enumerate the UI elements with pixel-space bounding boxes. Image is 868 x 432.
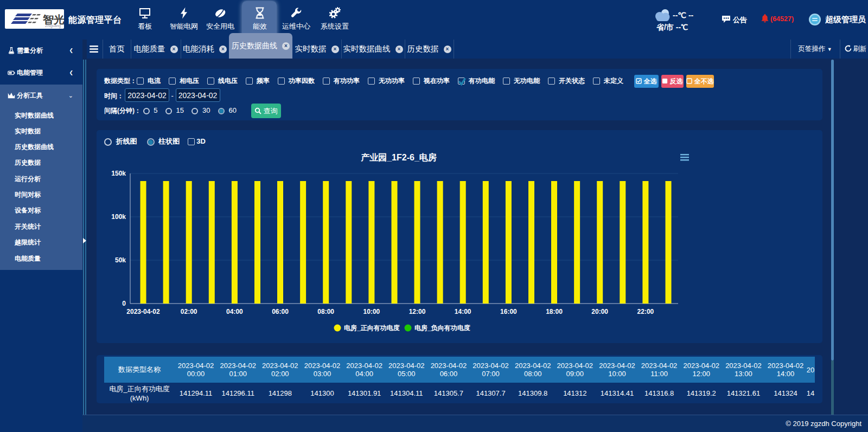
- svg-text:产业园_1F2-6_电房: 产业园_1F2-6_电房: [360, 152, 437, 162]
- svg-text:02:00: 02:00: [181, 308, 197, 315]
- svg-text:06:00: 06:00: [272, 308, 289, 315]
- svg-text:电房_负向有功电度: 电房_负向有功电度: [414, 324, 470, 332]
- svg-text:08:00: 08:00: [317, 308, 334, 315]
- svg-text:100k: 100k: [111, 213, 126, 221]
- svg-text:04:00: 04:00: [226, 308, 243, 315]
- svg-text:22:00: 22:00: [637, 308, 654, 315]
- svg-text:2023-04-02: 2023-04-02: [126, 308, 160, 315]
- svg-text:10:00: 10:00: [363, 308, 380, 315]
- svg-text:18:00: 18:00: [546, 308, 563, 315]
- svg-text:14:00: 14:00: [455, 308, 471, 315]
- svg-text:0: 0: [122, 300, 126, 307]
- svg-text:电房_正向有功电度: 电房_正向有功电度: [344, 324, 400, 332]
- svg-text:150k: 150k: [111, 170, 126, 177]
- svg-text:50k: 50k: [115, 256, 126, 264]
- svg-text:12:00: 12:00: [409, 308, 426, 315]
- svg-text:Zhiguang: Zhiguang: [45, 24, 61, 28]
- svg-text:20:00: 20:00: [591, 308, 608, 315]
- svg-text:16:00: 16:00: [500, 308, 517, 315]
